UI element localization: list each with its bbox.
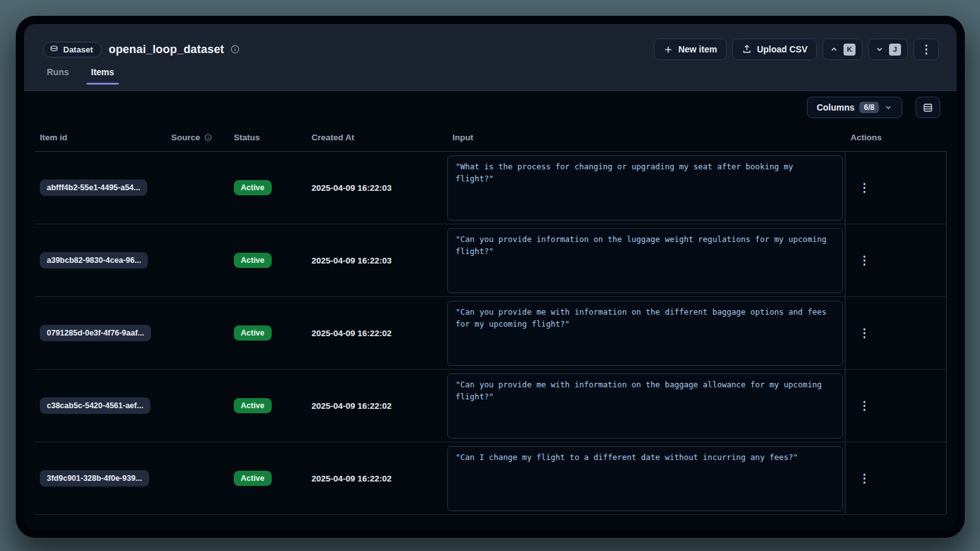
upload-csv-label: Upload CSV (757, 44, 808, 54)
actions-cell: ⋮ (845, 442, 946, 514)
table-row[interactable]: a39bcb82-9830-4cea-96... Active 2025-04-… (35, 224, 947, 297)
app-window: Dataset openai_loop_dataset New item (24, 24, 957, 530)
created-at-value: 2025-04-09 16:22:03 (312, 256, 392, 265)
col-header-created-at: Created At (306, 133, 447, 142)
status-badge: Active (234, 180, 272, 195)
status-cell: Active (229, 398, 306, 413)
item-id-pill[interactable]: a39bcb82-9830-4cea-96... (40, 252, 148, 269)
columns-button[interactable]: Columns 6/8 (807, 97, 902, 118)
item-id-pill[interactable]: 3fd9c901-328b-4f0e-939... (40, 470, 149, 487)
items-table: Item id Source Status Created At Input A… (35, 124, 947, 515)
kebab-icon: ⋮ (859, 399, 870, 412)
created-at-value: 2025-04-09 16:22:03 (312, 183, 392, 193)
table-toolbar: Columns 6/8 (24, 91, 957, 124)
input-preview-box[interactable]: "Can I change my flight to a different d… (447, 446, 843, 511)
next-item-button[interactable]: J (868, 39, 908, 60)
created-at-cell: 2025-04-09 16:22:02 (306, 400, 447, 411)
created-at-value: 2025-04-09 16:22:02 (312, 329, 392, 338)
input-preview-box[interactable]: "What is the process for changing or upg… (447, 155, 843, 221)
status-cell: Active (229, 253, 306, 268)
tab-runs[interactable]: Runs (42, 67, 73, 85)
tab-bar: Runs Items (42, 67, 957, 85)
dataset-menu-button[interactable]: ⋮ (914, 39, 939, 60)
page-title: openai_loop_dataset (109, 43, 224, 56)
status-badge: Active (234, 398, 272, 413)
table-row[interactable]: abfff4b2-55e1-4495-a54... Active 2025-04… (35, 152, 947, 224)
row-menu-button[interactable]: ⋮ (854, 325, 875, 341)
item-id-cell: a39bcb82-9830-4cea-96... (35, 252, 166, 269)
status-cell: Active (229, 325, 306, 341)
status-badge: Active (234, 471, 272, 486)
input-preview-box[interactable]: "Can you provide me with information on … (447, 373, 843, 439)
created-at-value: 2025-04-09 16:22:02 (312, 401, 392, 411)
table-rows-icon (923, 102, 933, 113)
content-area: Columns 6/8 Item id Source (24, 91, 957, 529)
kebab-icon: ⋮ (859, 327, 870, 339)
row-menu-button[interactable]: ⋮ (854, 397, 875, 414)
created-at-cell: 2025-04-09 16:22:02 (306, 473, 447, 484)
dataset-type-badge: Dataset (43, 42, 102, 58)
table-row[interactable]: c38cab5c-5420-4561-aef... Active 2025-04… (35, 370, 947, 442)
created-at-cell: 2025-04-09 16:22:03 (306, 182, 447, 193)
row-height-button[interactable] (916, 97, 940, 118)
col-header-source: Source (166, 133, 229, 142)
item-id-pill[interactable]: 0791285d-0e3f-4f76-9aaf... (40, 325, 151, 341)
actions-cell: ⋮ (845, 224, 946, 296)
new-item-button[interactable]: New item (654, 39, 726, 60)
table-body: abfff4b2-55e1-4495-a54... Active 2025-04… (35, 152, 947, 515)
item-id-cell: abfff4b2-55e1-4495-a54... (35, 179, 166, 196)
item-id-cell: 3fd9c901-328b-4f0e-939... (35, 470, 166, 487)
database-icon (49, 45, 59, 54)
input-cell: "Can you provide me with information on … (447, 297, 845, 369)
item-id-pill[interactable]: c38cab5c-5420-4561-aef... (40, 397, 150, 414)
created-at-cell: 2025-04-09 16:22:02 (306, 327, 447, 339)
upload-icon (742, 44, 752, 54)
table-row[interactable]: 0791285d-0e3f-4f76-9aaf... Active 2025-0… (35, 297, 947, 370)
tab-items[interactable]: Items (87, 67, 119, 85)
col-header-input: Input (447, 133, 845, 142)
new-item-label: New item (678, 44, 717, 54)
input-cell: "Can I change my flight to a different d… (447, 442, 845, 514)
actions-cell: ⋮ (845, 152, 946, 224)
input-preview-box[interactable]: "Can you provide information on the lugg… (447, 228, 843, 293)
chevron-down-icon (884, 103, 893, 112)
table-row[interactable]: 3fd9c901-328b-4f0e-939... Active 2025-04… (35, 442, 947, 515)
upload-csv-button[interactable]: Upload CSV (732, 39, 817, 60)
col-header-actions: Actions (845, 133, 947, 142)
col-header-status: Status (229, 133, 306, 142)
dataset-badge-label: Dataset (63, 45, 93, 54)
row-menu-button[interactable]: ⋮ (854, 179, 875, 196)
status-badge: Active (234, 253, 272, 268)
status-cell: Active (229, 471, 306, 486)
source-info-icon[interactable] (204, 133, 212, 142)
title-row: Dataset openai_loop_dataset New item (24, 24, 957, 61)
keycap-k: K (844, 44, 856, 56)
item-id-cell: c38cab5c-5420-4561-aef... (35, 397, 166, 414)
kebab-icon: ⋮ (859, 472, 870, 485)
plus-icon (663, 45, 673, 54)
created-at-cell: 2025-04-09 16:22:03 (306, 255, 447, 266)
actions-cell: ⋮ (845, 370, 946, 442)
item-id-pill[interactable]: abfff4b2-55e1-4495-a54... (40, 179, 147, 196)
status-badge: Active (234, 325, 272, 341)
col-header-item-id: Item id (35, 133, 166, 142)
columns-count-badge: 6/8 (859, 102, 879, 113)
chevron-up-icon (830, 45, 838, 54)
previous-item-button[interactable]: K (823, 39, 862, 60)
item-id-cell: 0791285d-0e3f-4f76-9aaf... (35, 325, 166, 341)
chevron-down-icon (875, 45, 884, 54)
input-preview-box[interactable]: "Can you provide me with information on … (447, 301, 843, 366)
kebab-icon: ⋮ (921, 44, 932, 55)
created-at-value: 2025-04-09 16:22:02 (312, 474, 392, 483)
status-cell: Active (229, 180, 306, 195)
keycap-j: J (889, 44, 901, 56)
app-header: Dataset openai_loop_dataset New item (24, 24, 957, 91)
dataset-info-icon[interactable] (230, 44, 240, 54)
row-menu-button[interactable]: ⋮ (854, 252, 875, 269)
actions-cell: ⋮ (845, 297, 946, 369)
columns-label: Columns (816, 102, 854, 112)
kebab-icon: ⋮ (859, 181, 870, 194)
table-header-row: Item id Source Status Created At Input A… (35, 124, 947, 152)
row-menu-button[interactable]: ⋮ (854, 470, 875, 487)
col-header-source-label: Source (171, 133, 200, 142)
